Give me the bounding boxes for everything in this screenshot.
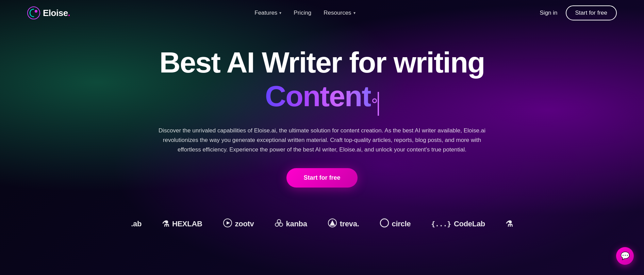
- brand-hexlab: ⚗ HEXLAB: [162, 219, 202, 229]
- chat-icon: 💬: [621, 252, 630, 260]
- codelab-icon: {...}: [431, 220, 451, 228]
- brand-unknown: ⚗: [506, 219, 513, 229]
- svg-point-5: [277, 220, 281, 223]
- brand-codelab-label: CodeLab: [454, 220, 485, 228]
- nav-item-pricing[interactable]: Pricing: [294, 10, 311, 16]
- chevron-down-icon: ▾: [353, 11, 356, 15]
- hero-description: Discover the unrivaled capabilities of E…: [152, 126, 492, 155]
- hero-section: Best AI Writer for writing Content Disco…: [0, 26, 644, 205]
- brand-ab: .ab: [131, 220, 142, 228]
- brand-zootv: zootv: [223, 218, 254, 230]
- zootv-icon: [223, 218, 232, 230]
- nav-link-pricing[interactable]: Pricing: [294, 10, 311, 16]
- brand-circle: circle: [380, 218, 411, 230]
- nav-link-resources[interactable]: Resources ▾: [324, 10, 355, 16]
- circle-icon: [380, 218, 389, 230]
- brand-ab-label: .ab: [131, 220, 142, 228]
- brand-zootv-label: zootv: [235, 220, 254, 228]
- unknown-brand-icon: ⚗: [506, 219, 513, 229]
- brand-kanba-label: kanba: [286, 220, 307, 228]
- nav-item-resources[interactable]: Resources ▾: [324, 10, 355, 16]
- eloise-logo-icon: [27, 6, 40, 19]
- chat-bubble-button[interactable]: 💬: [616, 247, 634, 265]
- sign-in-button[interactable]: Sign in: [540, 10, 558, 16]
- logo-area: Eloise.: [27, 6, 70, 19]
- site-name: Eloise.: [43, 8, 70, 18]
- svg-point-7: [279, 223, 283, 226]
- svg-marker-9: [330, 220, 335, 226]
- nav-links: Features ▾ Pricing Resources ▾: [254, 10, 355, 16]
- brand-hexlab-label: HEXLAB: [172, 220, 202, 228]
- nav-actions: Sign in Start for free: [540, 5, 617, 20]
- treva-icon: [328, 218, 337, 230]
- cursor-blink: [378, 92, 379, 116]
- nav-item-features[interactable]: Features ▾: [254, 10, 281, 16]
- svg-point-2: [35, 11, 37, 12]
- brand-treva: treva.: [328, 218, 359, 230]
- cursor-decoration: [372, 98, 377, 103]
- nav-link-features[interactable]: Features ▾: [254, 10, 281, 16]
- start-free-nav-button[interactable]: Start for free: [566, 5, 617, 20]
- logos-section: .ab ⚗ HEXLAB zootv kanba: [0, 205, 644, 240]
- navbar: Eloise. Features ▾ Pricing Resources ▾: [0, 0, 644, 26]
- brand-treva-label: treva.: [340, 220, 359, 228]
- brand-circle-label: circle: [392, 220, 411, 228]
- svg-point-0: [28, 7, 40, 19]
- hero-cta-button[interactable]: Start for free: [286, 168, 357, 188]
- brand-codelab: {...} CodeLab: [431, 220, 485, 228]
- svg-point-10: [380, 219, 389, 227]
- page-wrapper: Eloise. Features ▾ Pricing Resources ▾: [0, 0, 644, 275]
- svg-point-6: [275, 223, 279, 226]
- svg-marker-4: [227, 221, 230, 225]
- hero-title-line1: Best AI Writer for writing: [68, 46, 576, 79]
- hexlab-icon: ⚗: [162, 219, 169, 229]
- hero-title: Best AI Writer for writing Content: [68, 46, 576, 116]
- brand-kanba: kanba: [275, 219, 307, 229]
- hero-title-highlight: Content: [265, 80, 371, 112]
- chevron-down-icon: ▾: [279, 11, 281, 15]
- kanba-icon: [275, 219, 283, 229]
